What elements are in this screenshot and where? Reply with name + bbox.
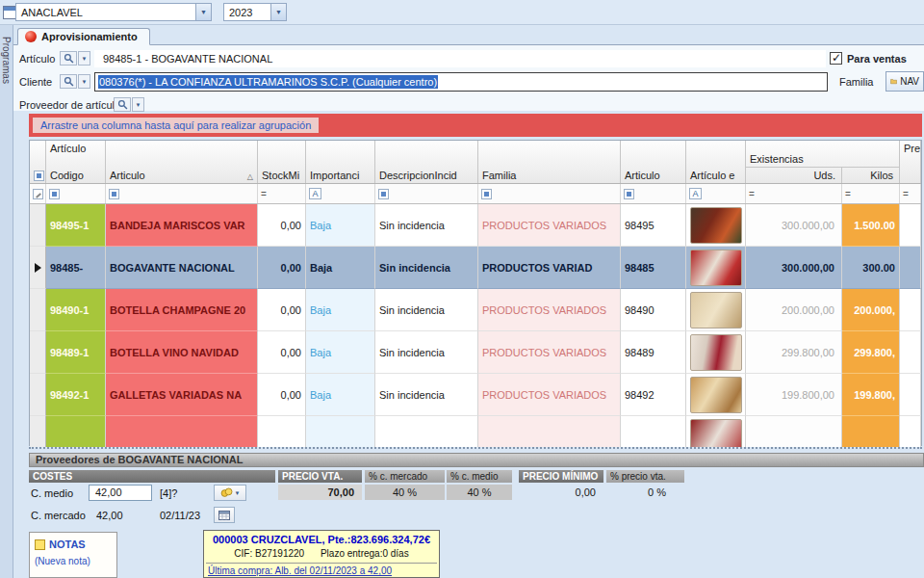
coins-icon	[220, 487, 233, 498]
year-select-value: 2023	[224, 7, 270, 18]
table-row[interactable]: 98490-1 BOTELLA CHAMPAGNE 20 0,00 Baja S…	[30, 289, 921, 331]
table-row[interactable]: 98492-1 GALLETAS VARIADAS NA 0,00 Baja S…	[30, 374, 921, 416]
cell-uds: 299.800,00	[746, 331, 842, 374]
cell-indicator	[30, 247, 46, 289]
filter-cell-importancia[interactable]: A	[306, 184, 375, 203]
product-image	[690, 292, 742, 328]
para-ventas-checkbox[interactable]	[830, 52, 842, 65]
col-header-imagen[interactable]: Artículo e	[686, 141, 746, 183]
cell-importancia: Baja	[306, 331, 375, 374]
nav-button[interactable]: NAV	[886, 71, 924, 92]
proveedor-label: Proveedor de artículo	[19, 99, 120, 111]
col-header-articulo[interactable]: Articulo△	[106, 141, 258, 183]
search-icon[interactable]	[60, 51, 77, 66]
note-icon	[35, 539, 45, 550]
cell-descripcion: Sin incidencia	[375, 289, 478, 331]
c-mercado-label: C. mercado	[31, 510, 86, 521]
coins-dropdown-button[interactable]: ▼	[214, 485, 246, 501]
company-select[interactable]: ANACLAVEL ▼	[15, 3, 212, 21]
col-header-codigo[interactable]: Artículo Codigo	[46, 141, 106, 183]
chevron-down-icon: ▼	[235, 490, 241, 496]
cliente-input[interactable]: 080376(*) - LA CONFIANZA ULTRAMARINOS S.…	[94, 72, 828, 92]
nueva-nota-link[interactable]: (Nueva nota)	[35, 556, 112, 566]
table-row[interactable]: 98485- BOGAVANTE NACIONAL 0,00 Baja Sin …	[30, 247, 921, 289]
table-row[interactable]: 98495-1 BANDEJA MARISCOS VAR 0,00 Baja S…	[30, 204, 921, 247]
filter-cell-codigo[interactable]	[46, 184, 106, 203]
filter-cell-kilos[interactable]: =	[842, 184, 900, 203]
cliente-label: Cliente	[19, 76, 52, 88]
filter-cell-articulo[interactable]	[106, 184, 258, 203]
filter-cell-indicator[interactable]	[30, 184, 46, 203]
filter-cell-articulo2[interactable]	[621, 184, 686, 203]
articulo-field[interactable]: 98485-1 - BOGAVANTE NACIONAL	[94, 50, 826, 67]
pct-precio-vta-header: % precio vta.	[606, 470, 684, 483]
cell-kilos: 1.500.00	[842, 204, 900, 247]
search-icon[interactable]	[114, 97, 131, 112]
cell-indicator	[30, 204, 46, 247]
grid-corner[interactable]	[30, 141, 46, 183]
cell-familia: PRODUCTOS VARIAD	[478, 247, 621, 289]
tab-label: Aprovisionamiento	[41, 31, 138, 42]
cell-uds: 199.800,00	[746, 374, 842, 416]
notas-label[interactable]: NOTAS	[49, 539, 86, 550]
supplier-info-panel[interactable]: 000003 CRUZCLAVEL, Pte.:823.696.324,72€ …	[203, 530, 440, 578]
table-row[interactable]: 98489-1 BOTELLA VINO NAVIDAD 0,00 Baja S…	[30, 331, 921, 374]
chevron-down-icon[interactable]: ▼	[270, 4, 286, 20]
filter-cell-prev[interactable]: =	[900, 184, 921, 203]
equals-filter-icon: =	[749, 189, 755, 199]
calendar-button[interactable]	[214, 507, 235, 523]
cell-stockmi	[258, 416, 306, 447]
folder-icon	[890, 76, 897, 87]
c-mercado-value: 42,00	[96, 510, 123, 521]
filter-cell-imagen[interactable]: A	[686, 184, 746, 203]
sort-asc-icon: △	[247, 172, 253, 181]
cell-articulo	[106, 416, 258, 447]
chevron-down-icon[interactable]: ▼	[132, 97, 144, 112]
cell-stockmi: 0,00	[258, 374, 306, 416]
cell-importancia: Baja	[306, 204, 375, 247]
pct-mercado-value: 40 %	[365, 485, 445, 500]
cell-articulo: BOGAVANTE NACIONAL	[106, 247, 258, 289]
cell-imagen	[686, 289, 746, 331]
col-header-descripcion[interactable]: DescripcionIncid	[375, 141, 478, 183]
cell-kilos: 199.800,	[842, 374, 900, 416]
c-medio-input[interactable]: 42,00	[89, 485, 152, 501]
cell-stockmi: 0,00	[258, 289, 306, 331]
chevron-down-icon[interactable]: ▼	[78, 51, 90, 66]
col-header-importancia[interactable]: Importanci	[306, 141, 375, 183]
search-icon[interactable]	[60, 74, 77, 89]
filter-cell-familia[interactable]	[478, 184, 621, 203]
text-filter-icon: A	[309, 188, 321, 199]
col-header-existencias[interactable]: Existencias Uds. Kilos	[746, 141, 900, 183]
grid-splitter[interactable]	[29, 447, 922, 449]
cell-kilos: 200.000,	[842, 289, 900, 331]
filter-cell-stockmi[interactable]: =	[258, 184, 306, 203]
table-row[interactable]	[30, 416, 921, 447]
cell-descripcion	[375, 416, 478, 447]
chevron-down-icon[interactable]: ▼	[195, 4, 211, 20]
col-header-stockmi[interactable]: StockMi	[258, 141, 306, 183]
group-by-bar[interactable]: Arrastre una columna hasta aquí para rea…	[29, 114, 922, 137]
year-select[interactable]: 2023 ▼	[223, 3, 287, 21]
col-header-familia[interactable]: Familia	[478, 141, 621, 183]
cell-articulo2: 98485	[621, 247, 686, 289]
programs-sidebar[interactable]: Programas	[0, 25, 13, 578]
costes-header: COSTES	[29, 470, 275, 483]
grid-body: 98495-1 BANDEJA MARISCOS VAR 0,00 Baja S…	[30, 204, 921, 447]
cell-indicator	[30, 374, 46, 416]
col-header-prev[interactable]: Prev	[900, 141, 921, 183]
col-header-articulo2[interactable]: Articulo	[621, 141, 686, 183]
articles-grid: Artículo Codigo Articulo△ StockMi Import…	[29, 140, 922, 446]
chevron-down-icon[interactable]: ▼	[78, 74, 90, 89]
cell-imagen	[686, 204, 746, 247]
cell-kilos: 300.00	[842, 247, 900, 289]
pct-medio-value: 40 %	[447, 485, 512, 500]
col-header-kilos[interactable]: Kilos	[842, 168, 899, 183]
tab-aprovisionamiento[interactable]: Aprovisionamiento	[17, 28, 150, 45]
precio-minimo-value: 0,00	[519, 485, 603, 500]
cell-prev	[900, 247, 921, 289]
col-header-uds[interactable]: Uds.	[746, 168, 842, 183]
pct-precio-vta-value: 0 %	[606, 485, 674, 500]
filter-cell-descripcion[interactable]	[375, 184, 478, 203]
filter-cell-uds[interactable]: =	[746, 184, 842, 203]
